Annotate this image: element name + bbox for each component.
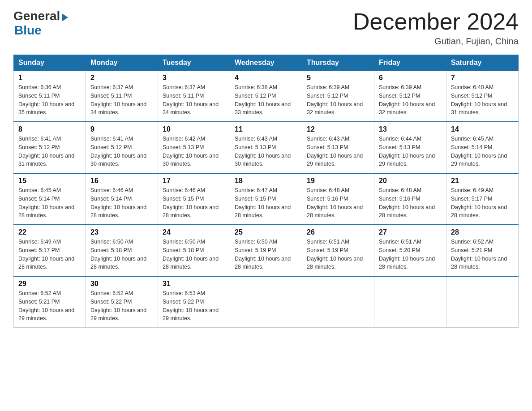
- day-number: 16: [90, 177, 153, 185]
- day-number: 7: [451, 74, 514, 82]
- day-number: 20: [379, 177, 442, 185]
- calendar-cell: 16 Sunrise: 6:46 AM Sunset: 5:14 PM Dayl…: [86, 173, 158, 225]
- day-number: 30: [90, 280, 153, 288]
- calendar-header-friday: Friday: [374, 55, 446, 71]
- header-right: December 2024 Gutian, Fujian, China: [353, 9, 519, 47]
- calendar-cell: 24 Sunrise: 6:50 AM Sunset: 5:18 PM Dayl…: [158, 225, 230, 276]
- day-info: Sunrise: 6:38 AM Sunset: 5:12 PM Dayligh…: [235, 83, 297, 117]
- day-number: 31: [163, 280, 225, 288]
- day-info: Sunrise: 6:47 AM Sunset: 5:15 PM Dayligh…: [235, 186, 297, 220]
- day-number: 24: [163, 228, 225, 236]
- logo: General Blue: [13, 9, 68, 38]
- calendar-cell: 7 Sunrise: 6:40 AM Sunset: 5:12 PM Dayli…: [446, 71, 519, 122]
- day-number: 10: [163, 125, 225, 133]
- calendar-header-sunday: Sunday: [14, 55, 86, 71]
- day-info: Sunrise: 6:52 AM Sunset: 5:21 PM Dayligh…: [451, 238, 514, 271]
- day-info: Sunrise: 6:37 AM Sunset: 5:11 PM Dayligh…: [90, 83, 153, 117]
- logo-blue-text: Blue: [14, 23, 42, 38]
- calendar-header-tuesday: Tuesday: [158, 55, 230, 71]
- calendar-cell: [446, 276, 519, 328]
- calendar-week-row: 1 Sunrise: 6:36 AM Sunset: 5:11 PM Dayli…: [14, 71, 519, 122]
- calendar-cell: 31 Sunrise: 6:53 AM Sunset: 5:22 PM Dayl…: [158, 276, 230, 328]
- calendar-cell: 11 Sunrise: 6:43 AM Sunset: 5:13 PM Dayl…: [230, 122, 302, 173]
- calendar-cell: 19 Sunrise: 6:48 AM Sunset: 5:16 PM Dayl…: [302, 173, 374, 225]
- calendar-week-row: 8 Sunrise: 6:41 AM Sunset: 5:12 PM Dayli…: [14, 122, 519, 173]
- day-number: 15: [18, 177, 81, 185]
- calendar-cell: 9 Sunrise: 6:41 AM Sunset: 5:12 PM Dayli…: [86, 122, 158, 173]
- calendar-cell: 30 Sunrise: 6:52 AM Sunset: 5:22 PM Dayl…: [86, 276, 158, 328]
- day-number: 3: [163, 74, 225, 82]
- calendar-cell: 13 Sunrise: 6:44 AM Sunset: 5:13 PM Dayl…: [374, 122, 446, 173]
- calendar-header-saturday: Saturday: [446, 55, 519, 71]
- day-info: Sunrise: 6:40 AM Sunset: 5:12 PM Dayligh…: [451, 83, 514, 117]
- calendar-cell: 1 Sunrise: 6:36 AM Sunset: 5:11 PM Dayli…: [14, 71, 86, 122]
- day-info: Sunrise: 6:51 AM Sunset: 5:20 PM Dayligh…: [379, 238, 442, 271]
- calendar-cell: 21 Sunrise: 6:49 AM Sunset: 5:17 PM Dayl…: [446, 173, 519, 225]
- day-info: Sunrise: 6:50 AM Sunset: 5:19 PM Dayligh…: [235, 238, 297, 271]
- day-number: 28: [451, 228, 514, 236]
- day-info: Sunrise: 6:52 AM Sunset: 5:22 PM Dayligh…: [90, 289, 153, 323]
- page-header: General Blue December 2024 Gutian, Fujia…: [13, 9, 519, 47]
- calendar-cell: [230, 276, 302, 328]
- day-number: 29: [18, 280, 81, 288]
- day-info: Sunrise: 6:45 AM Sunset: 5:14 PM Dayligh…: [451, 135, 514, 168]
- calendar-header-monday: Monday: [86, 55, 158, 71]
- day-number: 5: [307, 74, 369, 82]
- day-number: 25: [235, 228, 297, 236]
- day-info: Sunrise: 6:44 AM Sunset: 5:13 PM Dayligh…: [379, 135, 442, 168]
- calendar-header-row: SundayMondayTuesdayWednesdayThursdayFrid…: [14, 55, 519, 71]
- calendar-cell: 22 Sunrise: 6:49 AM Sunset: 5:17 PM Dayl…: [14, 225, 86, 276]
- day-info: Sunrise: 6:52 AM Sunset: 5:21 PM Dayligh…: [18, 289, 81, 323]
- calendar-cell: 4 Sunrise: 6:38 AM Sunset: 5:12 PM Dayli…: [230, 71, 302, 122]
- day-info: Sunrise: 6:46 AM Sunset: 5:15 PM Dayligh…: [163, 186, 225, 220]
- day-info: Sunrise: 6:36 AM Sunset: 5:11 PM Dayligh…: [18, 83, 81, 117]
- calendar-cell: 29 Sunrise: 6:52 AM Sunset: 5:21 PM Dayl…: [14, 276, 86, 328]
- day-info: Sunrise: 6:53 AM Sunset: 5:22 PM Dayligh…: [163, 289, 225, 323]
- calendar-cell: [374, 276, 446, 328]
- calendar-week-row: 29 Sunrise: 6:52 AM Sunset: 5:21 PM Dayl…: [14, 276, 519, 328]
- day-info: Sunrise: 6:45 AM Sunset: 5:14 PM Dayligh…: [18, 186, 81, 220]
- day-info: Sunrise: 6:49 AM Sunset: 5:17 PM Dayligh…: [18, 238, 81, 271]
- day-number: 21: [451, 177, 514, 185]
- day-number: 22: [18, 228, 81, 236]
- day-number: 17: [163, 177, 225, 185]
- day-number: 13: [379, 125, 442, 133]
- day-info: Sunrise: 6:41 AM Sunset: 5:12 PM Dayligh…: [18, 135, 81, 168]
- day-info: Sunrise: 6:37 AM Sunset: 5:11 PM Dayligh…: [163, 83, 225, 117]
- calendar-cell: 26 Sunrise: 6:51 AM Sunset: 5:19 PM Dayl…: [302, 225, 374, 276]
- calendar-header-thursday: Thursday: [302, 55, 374, 71]
- calendar-table: SundayMondayTuesdayWednesdayThursdayFrid…: [13, 55, 519, 328]
- day-number: 18: [235, 177, 297, 185]
- day-info: Sunrise: 6:43 AM Sunset: 5:13 PM Dayligh…: [307, 135, 369, 168]
- calendar-cell: 8 Sunrise: 6:41 AM Sunset: 5:12 PM Dayli…: [14, 122, 86, 173]
- logo-arrow-icon: [62, 13, 68, 21]
- day-number: 11: [235, 125, 297, 133]
- day-info: Sunrise: 6:50 AM Sunset: 5:18 PM Dayligh…: [90, 238, 153, 271]
- day-info: Sunrise: 6:48 AM Sunset: 5:16 PM Dayligh…: [307, 186, 369, 220]
- calendar-week-row: 15 Sunrise: 6:45 AM Sunset: 5:14 PM Dayl…: [14, 173, 519, 225]
- day-number: 19: [307, 177, 369, 185]
- calendar-cell: 23 Sunrise: 6:50 AM Sunset: 5:18 PM Dayl…: [86, 225, 158, 276]
- day-number: 6: [379, 74, 442, 82]
- logo-general-text: General: [13, 9, 60, 23]
- day-number: 23: [90, 228, 153, 236]
- day-info: Sunrise: 6:46 AM Sunset: 5:14 PM Dayligh…: [90, 186, 153, 220]
- calendar-cell: [302, 276, 374, 328]
- calendar-cell: 27 Sunrise: 6:51 AM Sunset: 5:20 PM Dayl…: [374, 225, 446, 276]
- day-number: 1: [18, 74, 81, 82]
- day-number: 26: [307, 228, 369, 236]
- day-info: Sunrise: 6:50 AM Sunset: 5:18 PM Dayligh…: [163, 238, 225, 271]
- calendar-cell: 14 Sunrise: 6:45 AM Sunset: 5:14 PM Dayl…: [446, 122, 519, 173]
- calendar-cell: 18 Sunrise: 6:47 AM Sunset: 5:15 PM Dayl…: [230, 173, 302, 225]
- calendar-cell: 12 Sunrise: 6:43 AM Sunset: 5:13 PM Dayl…: [302, 122, 374, 173]
- day-info: Sunrise: 6:39 AM Sunset: 5:12 PM Dayligh…: [307, 83, 369, 117]
- location-subtitle: Gutian, Fujian, China: [353, 36, 519, 47]
- calendar-cell: 20 Sunrise: 6:48 AM Sunset: 5:16 PM Dayl…: [374, 173, 446, 225]
- calendar-cell: 5 Sunrise: 6:39 AM Sunset: 5:12 PM Dayli…: [302, 71, 374, 122]
- day-number: 8: [18, 125, 81, 133]
- calendar-header-wednesday: Wednesday: [230, 55, 302, 71]
- month-title: December 2024: [353, 9, 519, 34]
- day-info: Sunrise: 6:48 AM Sunset: 5:16 PM Dayligh…: [379, 186, 442, 220]
- day-number: 27: [379, 228, 442, 236]
- day-info: Sunrise: 6:42 AM Sunset: 5:13 PM Dayligh…: [163, 135, 225, 168]
